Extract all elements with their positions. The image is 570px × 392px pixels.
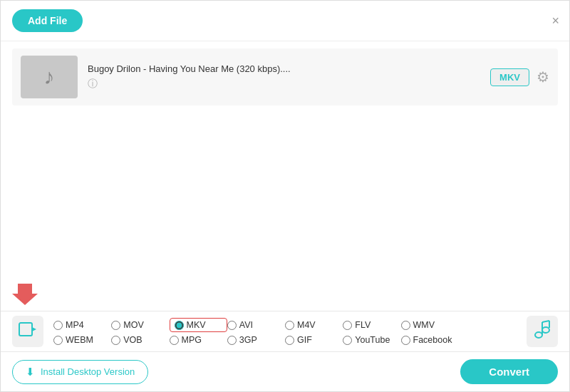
svg-marker-0 — [12, 284, 38, 305]
empty-area — [1, 113, 569, 255]
file-info: Bugoy Drilon - Having You Near Me (320 k… — [88, 63, 490, 91]
file-thumbnail: ♪ — [21, 56, 78, 98]
format-label-webm: WEBM — [66, 335, 93, 345]
format-option-youtube[interactable]: YouTube — [343, 335, 400, 345]
install-label: Install Desktop Version — [41, 366, 135, 377]
format-label-youtube: YouTube — [355, 335, 390, 345]
format-option-facebook[interactable]: Facebook — [401, 335, 459, 345]
down-arrow-icon — [12, 279, 38, 305]
top-bar: Add File × — [1, 1, 569, 41]
format-radio-3gp[interactable] — [227, 336, 237, 345]
format-option-webm[interactable]: WEBM — [53, 335, 111, 345]
file-name: Bugoy Drilon - Having You Near Me (320 k… — [88, 63, 490, 74]
add-file-button[interactable]: Add File — [12, 9, 83, 32]
video-icon — [19, 321, 37, 341]
format-option-vob[interactable]: VOB — [111, 335, 169, 345]
video-format-icon-box[interactable] — [12, 316, 43, 347]
svg-line-5 — [542, 321, 549, 322]
format-radio-mp4[interactable] — [53, 321, 63, 330]
format-badge[interactable]: MKV — [490, 68, 529, 86]
format-label-m4v: M4V — [297, 320, 316, 330]
svg-point-3 — [535, 332, 542, 338]
format-radio-gif[interactable] — [285, 336, 294, 345]
format-option-gif[interactable]: GIF — [285, 335, 343, 345]
audio-format-icon-box[interactable] — [527, 316, 558, 347]
format-radio-youtube[interactable] — [343, 336, 352, 345]
file-list: ♪ Bugoy Drilon - Having You Near Me (320… — [1, 41, 569, 113]
format-label-3gp: 3GP — [239, 335, 257, 345]
format-option-m4v[interactable]: M4V — [285, 320, 343, 330]
format-label-vob: VOB — [123, 335, 142, 345]
format-label-gif: GIF — [297, 335, 312, 345]
music-icon: ♪ — [44, 65, 55, 89]
format-radio-facebook[interactable] — [401, 336, 410, 345]
format-label-flv: FLV — [355, 320, 370, 330]
audio-icon — [534, 320, 550, 343]
download-icon: ⬇ — [26, 366, 35, 378]
format-row: MP4 MOV MKV AVI M4V FLV — [1, 311, 569, 351]
file-item: ♪ Bugoy Drilon - Having You Near Me (320… — [12, 48, 558, 105]
format-option-3gp[interactable]: 3GP — [227, 335, 285, 345]
formats-grid: MP4 MOV MKV AVI M4V FLV — [53, 318, 517, 345]
info-icon[interactable]: ⓘ — [88, 78, 98, 89]
format-label-mkv: MKV — [187, 320, 206, 330]
format-option-flv[interactable]: FLV — [343, 320, 400, 330]
format-label-avi: AVI — [239, 320, 253, 330]
format-radio-vob[interactable] — [111, 336, 120, 345]
format-radio-mkv[interactable] — [175, 321, 184, 330]
format-radio-mpg[interactable] — [170, 336, 179, 345]
format-radio-flv[interactable] — [343, 321, 352, 330]
format-radio-webm[interactable] — [53, 336, 63, 345]
bottom-section: MP4 MOV MKV AVI M4V FLV — [1, 274, 569, 391]
svg-point-7 — [542, 327, 549, 333]
format-radio-wmv[interactable] — [401, 321, 410, 330]
format-option-wmv[interactable]: WMV — [401, 320, 459, 330]
format-option-mpg[interactable]: MPG — [170, 335, 227, 345]
format-label-mp4: MP4 — [66, 320, 84, 330]
format-label-wmv: WMV — [413, 320, 435, 330]
install-desktop-button[interactable]: ⬇ Install Desktop Version — [12, 360, 148, 384]
format-option-mov[interactable]: MOV — [111, 320, 169, 330]
format-option-mkv[interactable]: MKV — [170, 318, 227, 332]
svg-rect-1 — [19, 323, 32, 336]
file-actions: MKV ⚙ — [490, 68, 549, 86]
format-radio-avi[interactable] — [227, 321, 237, 330]
close-button[interactable]: × — [551, 14, 559, 27]
format-label-mov: MOV — [123, 320, 143, 330]
format-radio-mov[interactable] — [111, 321, 120, 330]
format-radio-m4v[interactable] — [285, 321, 294, 330]
format-option-avi[interactable]: AVI — [227, 320, 285, 330]
settings-icon[interactable]: ⚙ — [537, 68, 549, 86]
arrow-indicator — [1, 274, 569, 311]
svg-marker-2 — [32, 327, 36, 331]
footer-bar: ⬇ Install Desktop Version Convert — [1, 351, 569, 391]
format-option-mp4[interactable]: MP4 — [53, 320, 111, 330]
convert-button[interactable]: Convert — [460, 359, 558, 384]
format-label-facebook: Facebook — [413, 335, 452, 345]
format-label-mpg: MPG — [182, 335, 202, 345]
